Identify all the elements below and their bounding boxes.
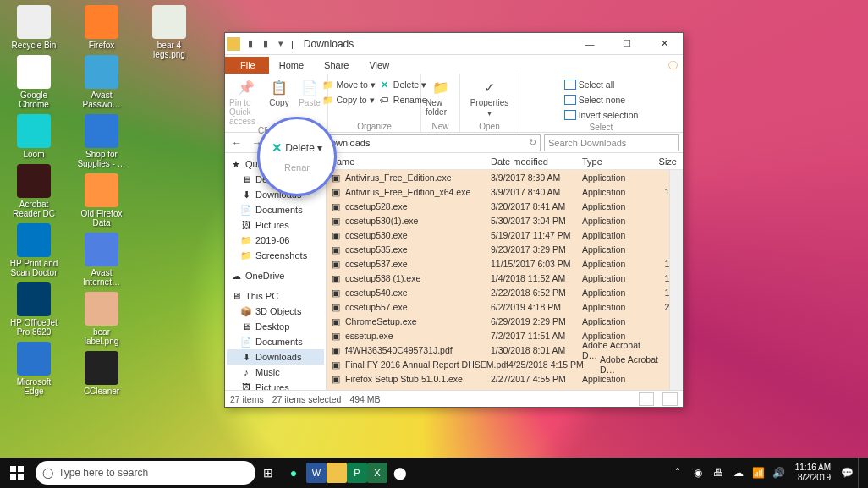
icon-label: Avast Passwo… <box>76 90 127 109</box>
desktop-icon[interactable]: Avast Internet… <box>74 231 129 288</box>
file-row[interactable]: ▣ccsetup530.exe5/19/2017 11:47 PMApplica… <box>327 228 669 242</box>
tab-share[interactable]: Share <box>314 57 359 74</box>
nav-documents[interactable]: 📄Documents <box>227 202 324 217</box>
file-row[interactable]: ▣ccsetup557.exe6/2/2019 4:18 PMApplicati… <box>327 299 669 314</box>
close-button[interactable]: ✕ <box>647 34 681 54</box>
tray-volume-icon[interactable]: 🔊 <box>770 458 788 488</box>
rename-button[interactable]: 🏷Rename <box>379 92 427 107</box>
desktop-icon[interactable]: Firefox <box>74 3 129 52</box>
taskbar-explorer[interactable] <box>327 463 347 483</box>
copy-to-button[interactable]: 📁Copy to ▾ <box>321 92 375 107</box>
select-all-button[interactable]: Select all <box>564 77 615 92</box>
file-row[interactable]: ▣ccsetup538 (1).exe1/4/2018 11:52 AMAppl… <box>327 271 669 285</box>
nav-screenshots[interactable]: 📁Screenshots <box>227 248 324 263</box>
maximize-button[interactable]: ☐ <box>610 34 644 54</box>
desktop-icon[interactable]: CCleaner <box>74 349 129 398</box>
task-view-button[interactable]: ⊞ <box>255 458 281 488</box>
col-size[interactable]: Size <box>656 156 677 167</box>
back-button[interactable]: ← <box>228 134 245 151</box>
file-row[interactable]: ▣ccsetup528.exe3/20/2017 8:41 AMApplicat… <box>327 199 669 213</box>
nav-pictures[interactable]: 🖼Pictures <box>227 217 324 233</box>
tray-onedrive-icon[interactable]: ☁ <box>729 458 748 488</box>
col-type[interactable]: Type <box>582 156 656 167</box>
taskbar-app2[interactable]: ⬤ <box>387 458 413 488</box>
system-tray[interactable]: ˄ ◉ 🖶 ☁ 📶 🔊 11:16 AM 8/2/2019 💬 <box>668 458 868 488</box>
action-center-icon[interactable]: 💬 <box>838 458 856 488</box>
tray-icon[interactable]: ◉ <box>689 458 707 488</box>
taskbar[interactable]: ◯ Type here to search ⊞ ● W P X ⬤ ˄ ◉ 🖶 … <box>0 458 868 488</box>
highlighted-rename: Renar <box>284 162 310 173</box>
desktop-icon[interactable]: HP OfficeJet Pro 8620 <box>7 281 61 338</box>
file-row[interactable]: ▣Antivirus_Free_Edition_x64.exe3/9/2017 … <box>327 184 669 199</box>
tray-chevron[interactable]: ˄ <box>668 458 687 488</box>
details-view-button[interactable] <box>639 392 654 406</box>
desktop-icon[interactable]: HP Print and Scan Doctor <box>7 222 61 279</box>
taskbar-publisher[interactable]: P <box>347 463 367 483</box>
desktop-icon[interactable]: bear label.png <box>74 290 129 348</box>
nav-this-pc[interactable]: 🖥This PC <box>227 288 324 304</box>
show-desktop-button[interactable] <box>858 458 863 488</box>
desktop-icon[interactable]: Microsoft Edge <box>7 340 61 398</box>
nav-3d-objects[interactable]: 📦3D Objects <box>227 304 324 319</box>
desktop-icon[interactable]: Recycle Bin <box>7 3 61 52</box>
paste-button[interactable]: 📄Paste <box>296 77 323 107</box>
col-name[interactable]: Name <box>330 156 491 167</box>
refresh-icon[interactable]: ↻ <box>529 137 536 148</box>
nav-documents2[interactable]: 📄Documents <box>227 334 324 349</box>
select-none-button[interactable]: Select none <box>564 92 625 107</box>
taskbar-app[interactable]: ● <box>281 458 306 488</box>
file-row[interactable]: ▣Antivirus_Free_Edition.exe3/9/2017 8:39… <box>327 170 669 184</box>
desktop-icon[interactable]: Avast Passwo… <box>74 53 129 111</box>
taskbar-word[interactable]: W <box>306 463 327 483</box>
nav-onedrive[interactable]: ☁OneDrive <box>227 268 324 283</box>
properties-button[interactable]: ✓Properties▾ <box>470 77 509 118</box>
file-row[interactable]: ▣ccsetup535.exe9/23/2017 3:29 PMApplicat… <box>327 242 669 256</box>
icon-label: HP Print and Scan Doctor <box>8 259 59 277</box>
titlebar[interactable]: ▮ ▮ ▾ | Downloads — ☐ ✕ <box>225 33 683 55</box>
file-row[interactable]: ▣ccsetup540.exe2/22/2018 6:52 PMApplicat… <box>327 285 669 299</box>
desktop-icon[interactable]: Old Firefox Data <box>74 172 129 229</box>
desktop-icon[interactable]: Shop for Supplies - … <box>74 112 129 170</box>
tray-network-icon[interactable]: 📶 <box>750 458 768 488</box>
move-to-button[interactable]: 📁Move to ▾ <box>321 77 375 92</box>
copy-button[interactable]: 📋Copy <box>266 77 293 107</box>
desktop-icon[interactable]: bear 4 legs.png <box>142 3 196 61</box>
qat-item[interactable]: ▮ <box>244 37 257 51</box>
tray-icon[interactable]: 🖶 <box>709 458 728 488</box>
col-date[interactable]: Date modified <box>491 156 582 167</box>
search-input[interactable]: Search Downloads <box>544 134 679 151</box>
new-folder-button[interactable]: 📁New folder <box>426 77 455 117</box>
invert-selection-button[interactable]: Invert selection <box>564 107 639 123</box>
nav-downloads2[interactable]: ⬇Downloads <box>227 349 324 365</box>
file-row[interactable]: ▣GettyImages-963732344.eps6/29/2019 12:4… <box>327 386 669 390</box>
tab-file[interactable]: File <box>225 57 269 74</box>
taskbar-excel[interactable]: X <box>367 463 387 483</box>
nav-music[interactable]: ♪Music <box>227 365 324 380</box>
file-row[interactable]: ▣ChromeSetup.exe6/29/2019 2:29 PMApplica… <box>327 314 669 328</box>
file-row[interactable]: ▣Final FY 2016 Annual Report DHSEM.pdf4/… <box>327 357 669 371</box>
minimize-ribbon-button[interactable]: ⓘ <box>663 58 683 74</box>
column-headers[interactable]: Name Date modified Type Size <box>327 153 683 170</box>
pin-quick-access-button[interactable]: 📌Pin to Quick access <box>229 77 262 126</box>
taskbar-search[interactable]: ◯ Type here to search <box>36 461 255 485</box>
qat-dropdown[interactable]: ▾ <box>274 37 288 51</box>
tab-view[interactable]: View <box>359 57 399 74</box>
file-rows[interactable]: ▣Antivirus_Free_Edition.exe3/9/2017 8:39… <box>327 170 669 390</box>
file-row[interactable]: ▣ccsetup537.exe11/15/2017 6:03 PMApplica… <box>327 256 669 271</box>
desktop-icon[interactable]: Loom <box>7 112 61 161</box>
tab-home[interactable]: Home <box>269 57 314 74</box>
nav-desktop2[interactable]: 🖥Desktop <box>227 319 324 334</box>
minimize-button[interactable]: — <box>573 34 607 54</box>
clock[interactable]: 11:16 AM 8/2/2019 <box>790 463 836 483</box>
qat-item[interactable]: ▮ <box>259 37 272 51</box>
scrollbar[interactable] <box>669 170 683 390</box>
icons-view-button[interactable] <box>662 392 678 406</box>
file-row[interactable]: ▣Firefox Setup Stub 51.0.1.exe2/27/2017 … <box>327 371 669 386</box>
desktop-icon[interactable]: Google Chrome <box>7 53 61 111</box>
desktop-icon[interactable]: Acrobat Reader DC <box>7 162 61 220</box>
nav-pictures2[interactable]: 🖼Pictures <box>227 380 324 390</box>
start-button[interactable] <box>0 458 34 488</box>
delete-button[interactable]: ✕Delete ▾ <box>379 77 427 92</box>
nav-2019-06[interactable]: 📁2019-06 <box>227 233 324 248</box>
file-row[interactable]: ▣ccsetup530(1).exe5/30/2017 3:04 PMAppli… <box>327 213 669 228</box>
